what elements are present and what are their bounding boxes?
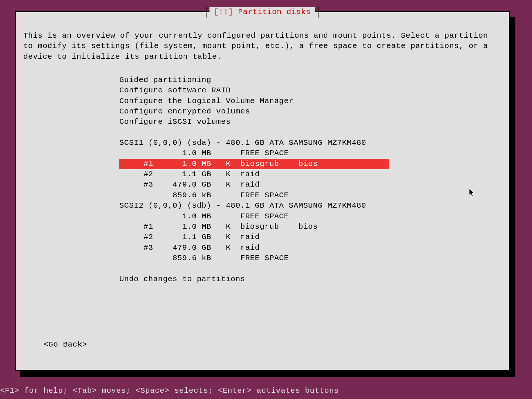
partition-row-0-2[interactable]: #2 1.1 GB K raid bbox=[119, 169, 501, 180]
disk-header-1[interactable]: SCSI2 (0,0,0) (sdb) - 480.1 GB ATA SAMSU… bbox=[119, 201, 501, 211]
partition-row-1-3[interactable]: #3 479.0 GB K raid bbox=[119, 243, 501, 253]
menu-lvm[interactable]: Configure the Logical Volume Manager bbox=[119, 96, 501, 106]
partition-row-1-1[interactable]: #1 1.0 MB K biosgrub bios bbox=[119, 222, 501, 232]
partition-dialog: ┤[!!] Partition disks├ This is an overvi… bbox=[15, 11, 510, 371]
menu-guided[interactable]: Guided partitioning bbox=[119, 75, 501, 85]
partition-row-1-4[interactable]: 859.6 kB FREE SPACE bbox=[119, 253, 501, 263]
menu-undo[interactable]: Undo changes to partitions bbox=[119, 274, 501, 284]
menu-iscsi[interactable]: Configure iSCSI volumes bbox=[119, 117, 501, 127]
partition-row-1-0[interactable]: 1.0 MB FREE SPACE bbox=[119, 211, 501, 222]
partition-row-0-1[interactable]: #1 1.0 MB K biosgrub bios bbox=[119, 159, 389, 169]
partition-row-0-4[interactable]: 859.6 kB FREE SPACE bbox=[119, 190, 501, 201]
description-text: This is an overview of your currently co… bbox=[23, 31, 501, 62]
menu-encrypted[interactable]: Configure encrypted volumes bbox=[119, 106, 501, 117]
title-right-bracket: ├ bbox=[315, 7, 321, 17]
partition-row-0-0[interactable]: 1.0 MB FREE SPACE bbox=[119, 148, 501, 158]
go-back-button[interactable]: <Go Back> bbox=[44, 340, 87, 350]
menu-raid[interactable]: Configure software RAID bbox=[119, 85, 501, 96]
partition-row-0-3[interactable]: #3 479.0 GB K raid bbox=[119, 180, 501, 190]
disk-header-0[interactable]: SCSI1 (0,0,0) (sda) - 480.1 GB ATA SAMSU… bbox=[119, 138, 501, 148]
dialog-title: [!!] Partition disks bbox=[209, 7, 315, 17]
footer-help: <F1> for help; <Tab> moves; <Space> sele… bbox=[0, 386, 339, 396]
partition-row-1-2[interactable]: #2 1.1 GB K raid bbox=[119, 232, 501, 242]
title-left-bracket: ┤ bbox=[203, 7, 209, 17]
